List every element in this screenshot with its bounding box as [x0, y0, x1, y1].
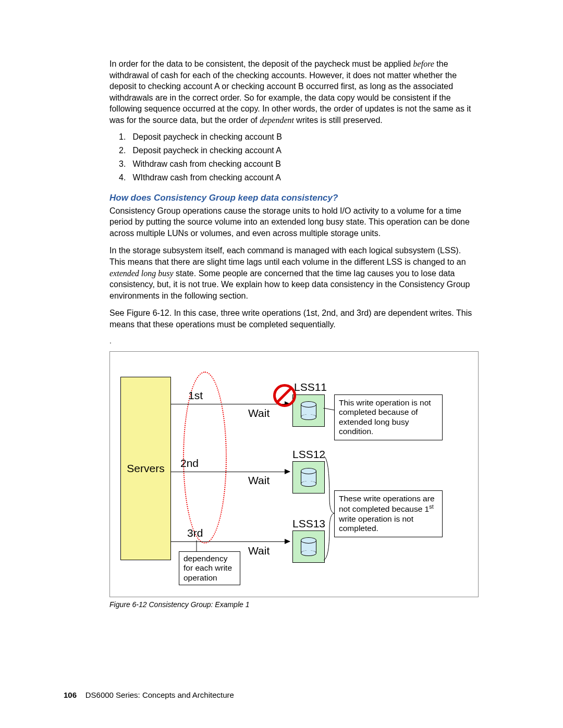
lss11-box [292, 394, 325, 427]
list-item: 1. Deposit paycheck in checking account … [119, 132, 479, 142]
ord-label-1st: 1st [188, 389, 203, 402]
figure-dot: . [109, 337, 479, 345]
wait-label: Wait [248, 407, 270, 419]
list-item: 3. Withdraw cash from checking account B [119, 159, 479, 169]
arrow-icon [171, 404, 290, 404]
arrow-icon [171, 472, 290, 472]
list-text: Deposit paycheck in checking account A [132, 146, 282, 155]
figure-caption: Figure 6-12 Consistency Group: Example 1 [109, 600, 479, 609]
ord-label-2nd: 2nd [180, 457, 199, 470]
cylinder-icon [301, 468, 316, 487]
note1-text: This write operation is not completed be… [339, 398, 431, 436]
depnote-text: dependency for each write operation [183, 554, 232, 582]
note2-a: These write operations are not completed… [339, 494, 435, 514]
intro-text-a: In order for the data to be consistent, … [109, 59, 413, 68]
intro-text-b: the withdrawal of cash for each of the c… [109, 59, 471, 125]
lss11-label: LSS11 [294, 381, 327, 393]
note-box-2: These write operations are not completed… [334, 490, 443, 538]
lss13-label: LSS13 [292, 517, 325, 530]
footer-title: DS6000 Series: Concepts and Architecture [85, 690, 234, 699]
servers-box: Servers [120, 377, 171, 560]
arrow-icon [171, 541, 290, 542]
leader-line-icon [323, 408, 335, 412]
list-text: WIthdraw cash from checking account A [132, 173, 281, 182]
brace-icon [323, 451, 335, 565]
page-number: 106 [64, 690, 77, 699]
list-text: Withdraw cash from checking account B [132, 159, 281, 168]
leader-line-icon [195, 540, 198, 552]
ord-label-3rd: 3rd [187, 527, 203, 539]
lss12-box [292, 461, 325, 493]
para-consistency-ops: Consistency Group operations cause the s… [109, 205, 479, 239]
figure-6-12: Servers 1st Wait 2nd Wait 3rd Wait LSS11… [109, 351, 479, 597]
prohibit-icon [273, 384, 296, 407]
list-num: 3. [119, 159, 130, 169]
svg-line-0 [323, 408, 335, 410]
dependency-note: dependency for each write operation [179, 551, 240, 586]
page-footer: 106 DS6000 Series: Concepts and Architec… [64, 690, 234, 699]
intro-emph-before: before [413, 59, 434, 68]
para-storage-subsystem: In the storage subsystem itself, each co… [109, 245, 479, 301]
section-heading: How does Consistency Group keep data con… [109, 193, 479, 203]
para-see-figure: See Figure 6-12. In this case, three wri… [109, 307, 479, 330]
note2-sup: st [429, 503, 433, 510]
list-item: 2. Deposit paycheck in checking account … [119, 146, 479, 155]
p3-emph: extended long busy [109, 269, 174, 278]
list-num: 1. [119, 132, 130, 142]
note2-b: write operation is not completed. [339, 514, 413, 533]
list-num: 2. [119, 146, 130, 155]
lss12-label: LSS12 [292, 448, 325, 461]
note-box-1: This write operation is not completed be… [334, 394, 443, 440]
wait-label: Wait [248, 474, 270, 487]
lss13-box [292, 530, 325, 563]
servers-label: Servers [127, 462, 164, 475]
cylinder-icon [301, 401, 316, 420]
wait-label: Wait [248, 545, 270, 557]
intro-emph-dependent: dependent [260, 116, 294, 125]
list-item: 4. WIthdraw cash from checking account A [119, 173, 479, 182]
cylinder-icon [301, 537, 316, 556]
list-text: Deposit paycheck in checking account B [132, 132, 282, 141]
p3-a: In the storage subsystem itself, each co… [109, 246, 466, 266]
intro-paragraph: In order for the data to be consistent, … [109, 58, 479, 126]
ordered-list: 1. Deposit paycheck in checking account … [109, 132, 479, 182]
list-num: 4. [119, 173, 130, 182]
intro-text-c: writes is still preserved. [294, 116, 383, 125]
